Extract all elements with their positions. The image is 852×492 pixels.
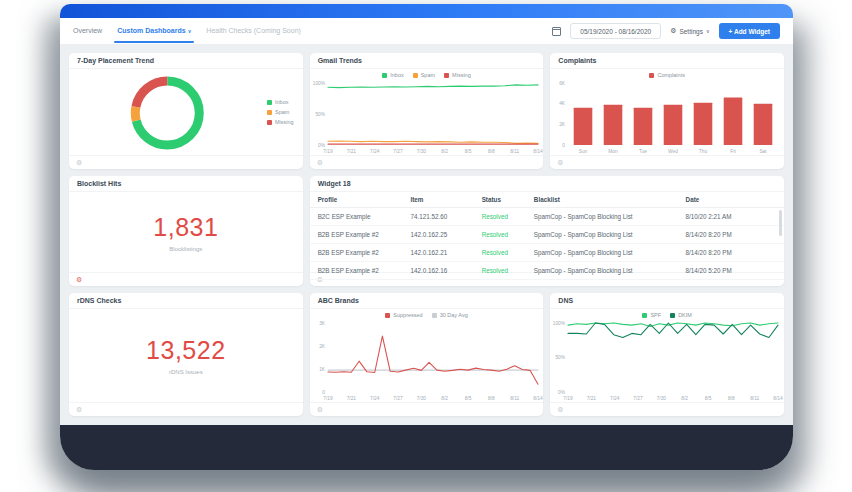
legend-item: Missing <box>267 119 294 125</box>
table-cell: SpamCop - SpamCop Blocking List <box>528 262 680 280</box>
widget-placement-trend: 7-Day Placement Trend InboxSpamMissing ⚙ <box>69 53 303 169</box>
browser-top-bar <box>60 4 793 18</box>
dns-chart: 100%50%0%7/197/217/247/277/308/28/58/88/… <box>550 309 784 402</box>
table-row[interactable]: B2C ESP Example74.121.52.60ResolvedSpamC… <box>310 208 784 226</box>
settings-menu[interactable]: ⚙ Settings ∨ <box>670 27 709 35</box>
rdns-issues-value: 13,522 <box>146 336 225 365</box>
table-cell: 8/14/20 8:20 PM <box>680 244 784 262</box>
widget-settings-gear-icon[interactable]: ⚙ <box>557 406 563 413</box>
svg-text:7/27: 7/27 <box>393 396 403 401</box>
table-header-row: Profile Item Status Blacklist Date <box>310 192 784 208</box>
tab-overview-label: Overview <box>73 27 102 34</box>
tab-health-checks[interactable]: Health Checks (Coming Soon) <box>206 18 301 44</box>
chart-legend: InboxSpamMissing <box>267 99 294 125</box>
svg-text:8/14: 8/14 <box>774 396 784 401</box>
svg-text:7/30: 7/30 <box>416 396 426 401</box>
widget-settings-gear-icon[interactable]: ⚙ <box>76 276 82 283</box>
svg-text:7/21: 7/21 <box>346 149 356 154</box>
svg-text:0: 0 <box>322 390 325 395</box>
tab-overview[interactable]: Overview <box>73 18 102 44</box>
widget-gmail-trends: Gmail Trends 100%50%0%7/197/217/247/277/… <box>310 53 544 169</box>
widget-settings-gear-icon[interactable]: ⚙ <box>317 159 323 166</box>
svg-text:7/27: 7/27 <box>634 396 644 401</box>
table-cell: B2B ESP Example #2 <box>310 244 405 262</box>
blocklist-hits-value: 1,831 <box>153 213 218 242</box>
top-navigation: Overview Custom Dashboards∨ Health Check… <box>60 18 793 44</box>
tab-custom-dashboards-label: Custom Dashboards <box>117 27 185 34</box>
table-cell: Resolved <box>476 226 528 244</box>
svg-text:8/11: 8/11 <box>510 149 519 154</box>
svg-text:2K: 2K <box>559 122 566 127</box>
svg-text:8/5: 8/5 <box>464 396 471 401</box>
abc-brands-chart: 3K2K1K07/197/217/247/277/308/28/58/88/11… <box>310 309 544 402</box>
widget-18-table-card: Widget 18 Profile Item Status Blacklist … <box>310 176 784 286</box>
svg-text:3K: 3K <box>319 321 326 326</box>
window-bottom-panel <box>60 425 793 470</box>
legend-item: Inbox <box>267 99 294 105</box>
svg-text:50%: 50% <box>315 112 325 117</box>
svg-text:7/30: 7/30 <box>657 396 667 401</box>
table-cell: 8/10/20 2:21 AM <box>680 208 784 226</box>
table-cell: 8/14/20 8:20 PM <box>680 226 784 244</box>
column-header: Blacklist <box>528 192 680 208</box>
legend-item: Spam <box>267 109 294 115</box>
table-row[interactable]: B2B ESP Example #2142.0.162.25ResolvedSp… <box>310 226 784 244</box>
chevron-down-icon: ∨ <box>706 28 710 34</box>
table-cell: 142.0.162.21 <box>405 244 476 262</box>
table-cell: Resolved <box>476 262 528 280</box>
svg-text:7/27: 7/27 <box>393 149 403 154</box>
widget-settings-gear-icon[interactable]: ⚙ <box>317 406 323 413</box>
widget-settings-gear-icon[interactable]: ⚙ <box>557 159 563 166</box>
add-widget-button[interactable]: + Add Widget <box>719 23 780 39</box>
table-scrollbar[interactable] <box>779 210 782 236</box>
svg-text:8/2: 8/2 <box>441 396 448 401</box>
svg-text:8/8: 8/8 <box>488 149 495 154</box>
svg-text:7/21: 7/21 <box>587 396 597 401</box>
svg-text:8/8: 8/8 <box>728 396 735 401</box>
widget-rdns-checks: rDNS Checks 13,522 rDNS Issues ⚙ <box>69 293 303 416</box>
widget-title: Complaints <box>550 53 784 69</box>
svg-text:8/8: 8/8 <box>488 396 495 401</box>
tab-custom-dashboards[interactable]: Custom Dashboards∨ <box>117 18 191 44</box>
table-cell: B2C ESP Example <box>310 208 405 226</box>
settings-label: Settings <box>679 28 703 35</box>
svg-text:Wed: Wed <box>668 149 678 154</box>
table-cell: SpamCop - SpamCop Blocking List <box>528 244 680 262</box>
svg-text:0%: 0% <box>318 143 326 148</box>
table-cell: SpamCop - SpamCop Blocking List <box>528 208 680 226</box>
widget-title: ABC Brands <box>310 293 544 309</box>
gmail-trends-chart: 100%50%0%7/197/217/247/277/308/28/58/88/… <box>310 69 544 155</box>
svg-text:7/24: 7/24 <box>610 396 620 401</box>
svg-text:7/24: 7/24 <box>370 396 380 401</box>
svg-text:Sat: Sat <box>760 149 768 154</box>
complaints-bar-chart: 6K4K2K0SunMonTueWedThuFriSat <box>550 69 784 155</box>
table-row[interactable]: B2B ESP Example #2142.0.162.21ResolvedSp… <box>310 244 784 262</box>
table-cell: 8/14/20 5:20 PM <box>680 262 784 280</box>
widget-settings-gear-icon[interactable]: ⚙ <box>76 406 82 413</box>
svg-text:Fri: Fri <box>731 149 737 154</box>
svg-text:100%: 100% <box>553 321 566 326</box>
svg-text:8/5: 8/5 <box>705 396 712 401</box>
tab-health-checks-label: Health Checks (Coming Soon) <box>206 27 301 34</box>
column-header: Profile <box>310 192 405 208</box>
svg-text:8/2: 8/2 <box>682 396 689 401</box>
widget-settings-gear-icon[interactable]: ⚙ <box>76 159 82 166</box>
table-row[interactable]: B2B ESP Example #2142.0.162.16ResolvedSp… <box>310 262 784 280</box>
calendar-icon <box>552 27 561 36</box>
widget-complaints: Complaints 6K4K2K0SunMonTueWedThuFriSat … <box>550 53 784 169</box>
widget-title: rDNS Checks <box>69 293 303 309</box>
table-cell: 142.0.162.16 <box>405 262 476 280</box>
svg-text:7/19: 7/19 <box>323 149 333 154</box>
widget-dns: DNS 100%50%0%7/197/217/247/277/308/28/58… <box>550 293 784 416</box>
table-cell: SpamCop - SpamCop Blocking List <box>528 226 680 244</box>
date-range-picker[interactable]: 05/19/2020 - 08/16/2020 <box>570 23 661 39</box>
table-cell: 74.121.52.60 <box>405 208 476 226</box>
widget-title: 7-Day Placement Trend <box>69 53 303 69</box>
widget-blocklist-hits: Blocklist Hits 1,831 Blocklistings ⚙ <box>69 176 303 286</box>
svg-text:7/19: 7/19 <box>564 396 574 401</box>
svg-text:Tue: Tue <box>639 149 647 154</box>
svg-text:7/24: 7/24 <box>370 149 380 154</box>
table-cell: 142.0.162.25 <box>405 226 476 244</box>
svg-text:Mon: Mon <box>609 149 619 154</box>
widget-title: DNS <box>550 293 784 309</box>
